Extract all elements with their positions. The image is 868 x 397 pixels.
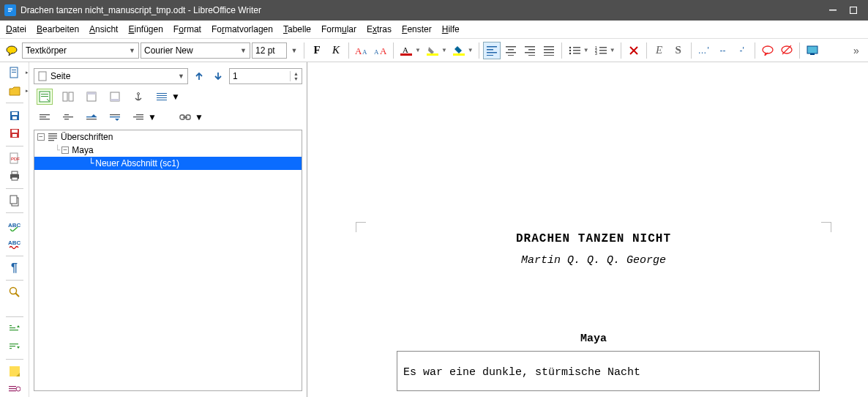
svg-rect-71 [10, 327, 15, 328]
svg-rect-22 [508, 55, 514, 56]
ellipsis-icon[interactable]: …' [695, 42, 713, 59]
svg-rect-97 [40, 114, 50, 115]
maximize-button[interactable] [843, 3, 864, 18]
background-color-icon[interactable] [450, 42, 468, 59]
speech-bubble-icon[interactable] [759, 42, 777, 59]
copy-icon[interactable] [7, 193, 23, 209]
save-as-icon[interactable] [7, 126, 23, 141]
app-icon [4, 4, 16, 16]
nav-prev-icon[interactable] [191, 68, 207, 84]
save-icon[interactable] [7, 108, 23, 123]
nav-movedown-icon[interactable] [107, 109, 123, 125]
align-center-icon[interactable] [502, 42, 520, 59]
menu-help[interactable]: Hilfe [442, 24, 460, 34]
spellcheck-icon[interactable]: ABC [7, 218, 23, 233]
svg-rect-72 [10, 330, 18, 330]
toolbar-overflow-icon[interactable]: » [848, 42, 865, 59]
speech-bubble-off-icon[interactable] [778, 42, 796, 59]
document-area[interactable]: DRACHEN TANZEN NICHT Martin Q. Q. Q. Geo… [307, 62, 868, 397]
doc-chapter-heading[interactable]: Maya [356, 333, 831, 345]
italic-button[interactable]: K [327, 42, 345, 59]
doc-title[interactable]: DRACHEN TANZEN NICHT [356, 232, 831, 245]
menu-table[interactable]: Tabelle [283, 24, 311, 34]
quote-icon[interactable]: -' [733, 42, 751, 59]
svg-rect-74 [10, 346, 15, 346]
highlight-color-icon[interactable] [424, 42, 441, 59]
bullet-list-icon[interactable] [566, 42, 583, 59]
nav-header-icon[interactable] [83, 89, 100, 105]
svg-text:3: 3 [595, 51, 597, 56]
grow-font-icon[interactable]: AA [353, 42, 370, 59]
shrink-font-icon[interactable]: AA [372, 42, 389, 59]
svg-rect-29 [544, 52, 554, 53]
svg-point-45 [763, 46, 773, 53]
doc-body-text[interactable]: Es war eine dunkle, stürmische Nacht [403, 366, 813, 379]
svg-rect-106 [110, 116, 120, 117]
svg-rect-109 [136, 119, 143, 119]
nav-footer-icon[interactable] [107, 89, 123, 105]
pilcrow-icon[interactable]: ¶ [7, 260, 23, 275]
doc-author[interactable]: Martin Q. Q. Q. George [356, 254, 831, 267]
tree-label: Maya [72, 145, 93, 155]
doc-text-frame[interactable]: Es war eine dunkle, stürmische Nacht [397, 351, 820, 391]
svg-rect-101 [63, 116, 73, 117]
nav-reminder-icon[interactable] [154, 89, 170, 105]
menu-view[interactable]: Ansicht [89, 24, 118, 34]
emphasis-icon[interactable]: E [651, 42, 668, 59]
bold-button[interactable]: F [308, 42, 326, 59]
tree-root-headings[interactable]: − Überschriften [34, 130, 302, 144]
spellcheck-red-icon[interactable]: ABC [7, 236, 23, 251]
display-icon[interactable] [804, 42, 821, 59]
align-justify-icon[interactable] [540, 42, 558, 59]
svg-rect-15 [487, 46, 497, 48]
zoom-icon[interactable] [7, 285, 23, 300]
export-pdf-icon[interactable]: PDF [7, 150, 23, 166]
svg-text:A: A [374, 48, 379, 56]
outline-up-icon[interactable] [7, 322, 23, 337]
font-size-combo[interactable]: 12 pt [252, 42, 287, 59]
nav-page-spinner[interactable]: 1▲▼ [229, 68, 302, 84]
tree-scene-sc1[interactable]: └ Neuer Abschnitt (sc1) [34, 157, 302, 170]
font-size-dropdown[interactable]: ▼ [288, 42, 300, 59]
minimize-button[interactable] [823, 3, 843, 18]
nav-moveup-icon[interactable] [83, 109, 100, 125]
menu-form[interactable]: Formular [321, 24, 356, 34]
collapse-icon[interactable]: − [61, 146, 69, 154]
font-color-icon[interactable]: A [397, 42, 415, 59]
nav-next-icon[interactable] [210, 68, 226, 84]
menu-extras[interactable]: Extras [367, 24, 392, 34]
font-name-combo[interactable]: Courier New▼ [141, 42, 250, 59]
menu-file[interactable]: Datei [6, 24, 26, 34]
menu-styles[interactable]: Formatvorlagen [212, 24, 273, 34]
paragraph-style-combo[interactable]: Textkörper▼ [22, 42, 139, 59]
open-doc-icon[interactable]: ▸ [7, 84, 23, 99]
align-right-icon[interactable] [521, 42, 539, 59]
comment-bubble-icon[interactable] [3, 42, 20, 59]
settings-list-icon[interactable] [7, 382, 23, 397]
menu-edit[interactable]: Bearbeiten [37, 24, 79, 34]
menu-insert[interactable]: Einfügen [128, 24, 162, 34]
tree-chapter-maya[interactable]: └ − Maya [34, 144, 302, 157]
nav-content-view-icon[interactable] [37, 89, 53, 105]
nav-level-icon[interactable] [130, 109, 146, 125]
menu-window[interactable]: Fenster [402, 24, 432, 34]
navigator-category-combo[interactable]: Seite▼ [34, 68, 188, 84]
menu-format[interactable]: Format [173, 24, 201, 34]
navigator-tree[interactable]: − Überschriften └ − Maya └ Neuer Abschni… [34, 130, 302, 391]
clear-formatting-icon[interactable] [625, 42, 643, 59]
nav-demote-icon[interactable] [60, 109, 76, 125]
print-icon[interactable] [7, 168, 23, 184]
outline-down-icon[interactable] [7, 339, 23, 355]
align-left-icon[interactable] [483, 42, 501, 59]
nav-promote-icon[interactable] [37, 109, 53, 125]
dash-icon[interactable]: -- [714, 42, 732, 59]
note-yellow-icon[interactable] [7, 364, 23, 379]
new-doc-icon[interactable]: ▸ [7, 65, 23, 81]
numbered-list-icon[interactable]: 123 [592, 42, 610, 59]
nav-anchor-icon[interactable] [130, 89, 146, 105]
nav-toggle-icon[interactable] [60, 89, 76, 105]
nav-link-icon[interactable] [177, 109, 193, 125]
collapse-icon[interactable]: − [37, 133, 45, 141]
left-sidebar-toolbar: ▸ ▸ PDF ABC ABC ¶ [0, 62, 29, 397]
strong-icon[interactable]: S [670, 42, 687, 59]
